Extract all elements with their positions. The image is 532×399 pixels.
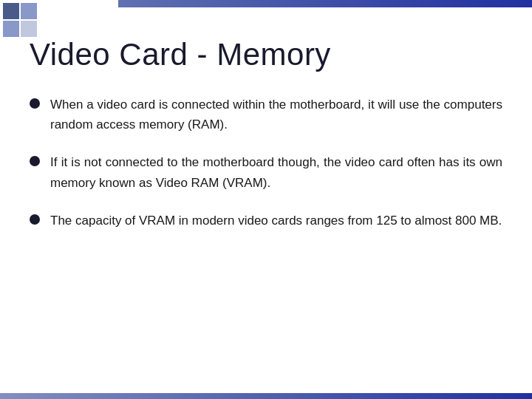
slide-content: Video Card - Memory When a video card is… [30, 37, 502, 377]
bullet-text-3: The capacity of VRAM in modern video car… [50, 211, 502, 231]
list-item: When a video card is connected within th… [30, 95, 502, 134]
list-item: The capacity of VRAM in modern video car… [30, 211, 502, 231]
bullet-text-1: When a video card is connected within th… [50, 95, 502, 134]
bullet-marker-1 [30, 98, 40, 109]
bullet-text-2: If it is not connected to the motherboar… [50, 152, 502, 192]
bullet-marker-3 [30, 214, 40, 225]
deco-square-3 [3, 21, 19, 37]
deco-square-1 [3, 3, 19, 19]
bottom-bar [0, 393, 532, 399]
deco-square-4 [21, 21, 37, 37]
top-bar [118, 0, 532, 7]
deco-square-2 [21, 3, 37, 19]
bullet-marker-2 [30, 156, 40, 166]
slide-title: Video Card - Memory [30, 37, 502, 72]
bullet-list: When a video card is connected within th… [30, 95, 502, 231]
list-item: If it is not connected to the motherboar… [30, 152, 502, 192]
